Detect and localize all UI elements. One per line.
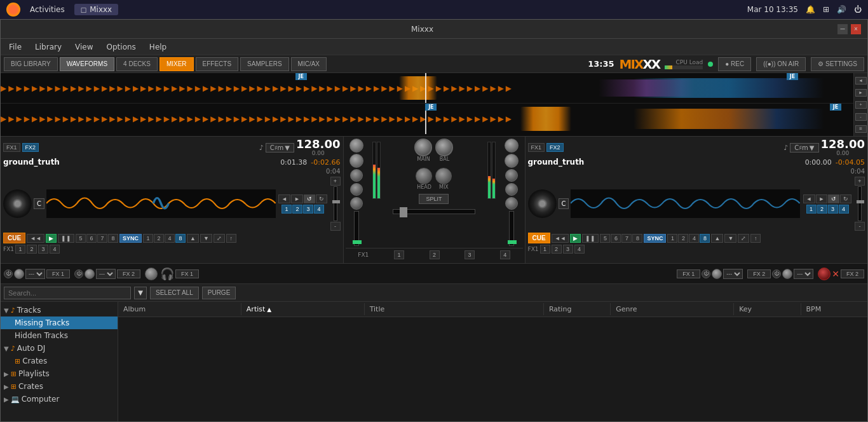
fx-send-l1-chain[interactable]: FX 1 — [46, 269, 70, 278]
deck-left-hc6[interactable]: 6 — [86, 234, 97, 243]
deck-right-fx-n1[interactable]: 1 — [540, 245, 550, 254]
deck-left-fx-n2[interactable]: 2 — [27, 245, 37, 254]
deck-right-loop4[interactable]: 4 — [689, 234, 699, 243]
sidebar-item-autodj[interactable]: ▼ ♪ Auto DJ — [1, 342, 118, 355]
deck-left-pitch-handle[interactable] — [332, 200, 340, 203]
deck-left-hotcue-3[interactable]: 3 — [303, 205, 313, 214]
deck-right-pause[interactable]: ❚❚ — [582, 234, 599, 243]
mixer-ch2-eq-hi[interactable] — [505, 169, 518, 182]
deck-right-hc6[interactable]: 6 — [611, 234, 621, 243]
sidebar-item-computer[interactable]: ▶ 💻 Computer — [1, 393, 118, 405]
deck-left-loop-reloop[interactable]: ↻ — [316, 194, 327, 203]
fx-send-r2-knob[interactable] — [782, 269, 792, 279]
deck-left-fx2[interactable]: FX2 — [22, 143, 39, 152]
deck-left-extra4[interactable]: ↑ — [226, 234, 236, 243]
deck-left-extra3[interactable]: ⤢ — [214, 234, 225, 243]
app-taskbar-item[interactable]: □ Mixxx — [74, 4, 118, 15]
deck-right-hotcue-2[interactable]: 2 — [817, 205, 827, 214]
deck-left-loop-out[interactable]: ► — [291, 194, 303, 203]
deck-right-extra4[interactable]: ↑ — [750, 234, 761, 243]
deck-right-fx-n3[interactable]: 3 — [563, 245, 573, 254]
col-header-title[interactable]: Title — [365, 303, 544, 315]
deck-right-loop8[interactable]: 8 — [700, 234, 710, 243]
sidebar-item-missing-tracks[interactable]: Missing Tracks — [1, 316, 118, 329]
deck-left-loop-toggle[interactable]: ↺ — [304, 194, 315, 203]
fx-crossfader-knob[interactable] — [818, 268, 831, 280]
toolbar-big-library[interactable]: BIG LIBRARY — [4, 57, 58, 71]
mixer-ch1-eq-lo[interactable] — [350, 197, 363, 210]
deck-left-vinyl[interactable] — [3, 189, 32, 218]
sidebar-item-playlists[interactable]: ▶ ⊞ Playlists — [1, 367, 118, 380]
search-input[interactable] — [4, 287, 131, 299]
deck-left-fx1[interactable]: FX1 — [3, 143, 20, 152]
fx-send-l2-knob[interactable] — [85, 269, 95, 279]
fx-send-r1-knob[interactable] — [712, 269, 722, 279]
deck-left-loop4[interactable]: 4 — [165, 234, 175, 243]
mixer-mix-knob[interactable] — [435, 168, 452, 184]
deck-right-fx1[interactable]: FX1 — [528, 143, 545, 152]
deck-right-fx-n4[interactable]: 4 — [574, 245, 585, 254]
deck-left-extra2[interactable]: ▼ — [200, 234, 212, 243]
deck-left-hotcue-2[interactable]: 2 — [292, 205, 302, 214]
deck-right-extra1[interactable]: ▲ — [711, 234, 723, 243]
deck-left-fx-n4[interactable]: 4 — [50, 245, 60, 254]
deck-left-plus[interactable]: + — [330, 177, 341, 186]
mixer-main-knob[interactable] — [414, 139, 432, 156]
deck-right-loop-toggle[interactable]: ↺ — [828, 194, 839, 203]
waveform-ctrl-3[interactable]: + — [855, 101, 867, 109]
deck-right-loop-reloop[interactable]: ↻ — [840, 194, 851, 203]
deck-right-play[interactable]: ▶ — [570, 234, 581, 243]
deck-right-hc7[interactable]: 7 — [621, 234, 632, 243]
minimize-button[interactable]: ─ — [837, 24, 848, 34]
deck-left-key[interactable]: C♯m ▼ — [266, 143, 294, 153]
fx-chain-mid[interactable]: FX 1 — [175, 269, 199, 278]
sidebar-item-tracks[interactable]: ▼ ♪ Tracks — [1, 304, 118, 316]
deck-right-sync[interactable]: SYNC — [644, 234, 666, 243]
toolbar-effects[interactable]: EFFECTS — [196, 57, 239, 71]
col-header-genre[interactable]: Genre — [611, 303, 734, 315]
deck-right-hc5[interactable]: 5 — [600, 234, 610, 243]
fx-send-r1-chain[interactable]: FX 1 — [677, 269, 700, 278]
sidebar-item-crates-sub[interactable]: ⊞ Crates — [1, 355, 118, 367]
mixer-ch2-gain-knob[interactable] — [505, 154, 519, 168]
deck-left-fx-n3[interactable]: 3 — [38, 245, 48, 254]
mixer-ch1-headphone-knob[interactable] — [349, 139, 363, 153]
deck-left-loop1[interactable]: 1 — [143, 234, 153, 243]
deck-left-prev[interactable]: ◄◄ — [27, 234, 44, 243]
activities-label[interactable]: Activities — [30, 5, 65, 14]
sidebar-item-crates[interactable]: ▶ ⊞ Crates — [1, 380, 118, 393]
menu-options[interactable]: Options — [102, 41, 141, 53]
waveform-ctrl-1[interactable]: ◄ — [855, 77, 867, 85]
mixer-ch1-eq-mid[interactable] — [350, 183, 363, 196]
toolbar-4decks[interactable]: 4 DECKS — [116, 57, 158, 71]
deck-right-hotcue-3[interactable]: 3 — [828, 205, 838, 214]
mixer-fx-1[interactable]: 1 — [394, 250, 404, 259]
toolbar-micaux[interactable]: MIC/AX — [291, 57, 327, 71]
fx-send-l2-select[interactable]: --- — [96, 269, 116, 279]
waveform-ctrl-5[interactable]: ≡ — [855, 125, 867, 133]
deck-left-hc7[interactable]: 7 — [97, 234, 107, 243]
rec-button[interactable]: ● REC — [718, 57, 751, 71]
mixer-bal-knob[interactable] — [435, 139, 453, 156]
toolbar-waveforms[interactable]: WAVEFORMS — [60, 57, 114, 71]
mixer-fx-3[interactable]: 3 — [465, 250, 475, 259]
toolbar-samplers[interactable]: SAMPLERS — [240, 57, 288, 71]
deck-right-pitch-handle[interactable] — [857, 200, 864, 203]
fx-send-r1-power[interactable]: ⏻ — [702, 269, 710, 278]
mixer-fx-4[interactable]: 4 — [500, 250, 510, 259]
deck-left-minus[interactable]: - — [330, 222, 341, 231]
mixer-ch2-eq-mid[interactable] — [505, 183, 518, 196]
col-header-artist[interactable]: Artist ▲ — [241, 303, 365, 315]
deck-right-hotcue-4[interactable]: 4 — [839, 205, 849, 214]
menu-library[interactable]: Library — [30, 41, 67, 53]
deck-right-loop2[interactable]: 2 — [678, 234, 688, 243]
deck-right-key[interactable]: C♯m ▼ — [790, 143, 818, 153]
sidebar-item-hidden-tracks[interactable]: Hidden Tracks — [1, 329, 118, 342]
menu-file[interactable]: File — [4, 41, 27, 53]
crossfader-handle[interactable] — [400, 207, 407, 217]
deck-right-fx2[interactable]: FX2 — [546, 143, 564, 152]
deck-right-plus[interactable]: + — [855, 177, 865, 186]
menu-help[interactable]: Help — [144, 41, 172, 53]
settings-button[interactable]: ⚙ SETTINGS — [811, 57, 864, 71]
deck-left-hc8[interactable]: 8 — [108, 234, 118, 243]
